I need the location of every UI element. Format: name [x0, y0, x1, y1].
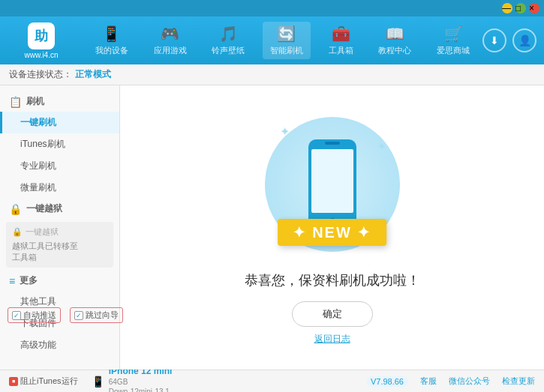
statusbar: 设备连接状态： 正常模式: [0, 64, 544, 85]
nav-icon-my-device: 📱: [102, 25, 121, 43]
itunes-stop[interactable]: ■ 阻止iTunes运行: [9, 376, 78, 387]
sidebar-item-pro-flash[interactable]: 专业刷机: [0, 155, 119, 177]
bottombar-right: V7.98.66 客服 微信公众号 检查更新: [366, 376, 535, 387]
nav-icon-smart-flash: 🔄: [277, 25, 296, 43]
success-text: 恭喜您，保资料刷机成功啦！: [245, 271, 420, 289]
nav-icon-tutorial: 📖: [386, 25, 404, 43]
svg-rect-2: [325, 142, 340, 145]
main-layout: 📋刷机一键刷机iTunes刷机专业刷机微量刷机🔒一键越狱 🔒一键越狱 越狱工具已…: [0, 85, 544, 370]
support-link[interactable]: 客服: [420, 376, 437, 387]
nav-item-smart-flash[interactable]: 🔄 智能刷机: [263, 22, 311, 59]
nav-item-tutorial[interactable]: 📖 教程中心: [371, 22, 419, 59]
sparkle-1: ✦: [280, 124, 290, 139]
confirm-button[interactable]: 确定: [292, 301, 373, 327]
version-badge: V7.98.66: [366, 376, 408, 387]
nav-item-apps[interactable]: 🎮 应用游戏: [146, 22, 194, 59]
itunes-stop-label: 阻止iTunes运行: [20, 376, 78, 387]
logo: 助 www.i4.cn: [8, 22, 75, 59]
section-icon-flash: 📋: [9, 96, 22, 108]
nav-label-apps: 应用游戏: [154, 45, 187, 56]
sidebar-section-jailbreak: 🔒一键越狱: [0, 199, 119, 219]
logo-icon: 助: [28, 22, 55, 49]
section-icon-more: ≡: [9, 275, 15, 287]
nav-items: 📱 我的设备 🎮 应用游戏 🎵 铃声壁纸 🔄 智能刷机 🧰 工具箱 📖 教程中心…: [83, 22, 482, 59]
logo-text: www.i4.cn: [24, 51, 58, 59]
wechat-link[interactable]: 微信公众号: [449, 376, 490, 387]
nav-label-toolbox: 工具箱: [329, 45, 353, 56]
nav-icon-ringtone: 🎵: [219, 25, 238, 43]
sidebar-section-flash: 📋刷机: [0, 91, 119, 112]
nav-item-ringtone[interactable]: 🎵 铃声壁纸: [204, 22, 252, 59]
sidebar-item-micro-flash[interactable]: 微量刷机: [0, 177, 119, 199]
nav-item-store[interactable]: 🛒 爱思商城: [429, 22, 477, 59]
nav-icon-apps: 🎮: [161, 25, 179, 43]
content-area: ✦ ✦ ✦ ✦ NEW ✦ 恭喜您，保资料刷机成功啦！ 确定 返回日志: [120, 85, 544, 370]
back-link[interactable]: 返回日志: [314, 333, 350, 346]
lock-icon: 🔒: [12, 227, 23, 237]
checkbox-label-auto-push: 自动推送: [23, 310, 56, 321]
sidebar-item-advanced[interactable]: 高级功能: [0, 334, 119, 356]
user-button[interactable]: 👤: [512, 28, 536, 52]
checkbox-row: ✓ 自动推送 ✓ 跳过向导: [8, 307, 123, 323]
sidebar-section-more: ≡更多: [0, 271, 119, 291]
sidebar: 📋刷机一键刷机iTunes刷机专业刷机微量刷机🔒一键越狱 🔒一键越狱 越狱工具已…: [0, 85, 120, 370]
nav-label-store: 爱思商城: [437, 45, 470, 56]
checkbox-auto-push[interactable]: ✓ 自动推送: [8, 307, 61, 323]
section-icon-jailbreak: 🔒: [9, 203, 22, 215]
nav-label-my-device: 我的设备: [95, 45, 128, 56]
close-button[interactable]: ×: [529, 3, 539, 13]
checkbox-box-auto-push: ✓: [12, 311, 21, 320]
device-version: Down-12mini-13,1: [109, 387, 173, 392]
nav-label-smart-flash: 智能刷机: [270, 45, 303, 56]
illustration: ✦ ✦ ✦ ✦ NEW ✦: [257, 109, 407, 259]
checkbox-label-skip-wizard: 跳过向导: [86, 310, 119, 321]
nav-label-tutorial: 教程中心: [378, 45, 411, 56]
stop-icon: ■: [9, 377, 18, 386]
nav-item-my-device[interactable]: 📱 我的设备: [88, 22, 136, 59]
device-storage: 64GB: [109, 377, 173, 387]
svg-rect-1: [311, 149, 353, 213]
checkbox-box-skip-wizard: ✓: [74, 311, 83, 320]
check-update-link[interactable]: 检查更新: [502, 376, 535, 387]
nav-label-ringtone: 铃声壁纸: [212, 45, 245, 56]
bottombar: ■ 阻止iTunes运行 📱 iPhone 12 mini 64GB Down-…: [0, 370, 544, 392]
sparkle-2: ✦: [377, 139, 386, 154]
maximize-button[interactable]: □: [515, 3, 526, 13]
nav-right: ⬇ 👤: [482, 28, 536, 52]
device-icon: 📱: [92, 376, 104, 388]
jailbreak-note: 越狱工具已转移至工具箱: [12, 241, 107, 263]
minimize-button[interactable]: —: [502, 3, 512, 13]
titlebar: — □ ×: [0, 0, 544, 16]
new-badge: ✦ NEW ✦: [278, 219, 387, 246]
status-label: 设备连接状态：: [9, 68, 72, 81]
navbar: 助 www.i4.cn 📱 我的设备 🎮 应用游戏 🎵 铃声壁纸 🔄 智能刷机 …: [0, 16, 544, 64]
checkbox-skip-wizard[interactable]: ✓ 跳过向导: [70, 307, 123, 323]
nav-icon-toolbox: 🧰: [332, 25, 350, 43]
sidebar-item-itunes-flash[interactable]: iTunes刷机: [0, 133, 119, 155]
download-button[interactable]: ⬇: [482, 28, 506, 52]
status-value: 正常模式: [75, 68, 111, 81]
sidebar-item-one-click-flash[interactable]: 一键刷机: [0, 112, 119, 133]
nav-item-toolbox[interactable]: 🧰 工具箱: [321, 22, 361, 59]
circle-background: ✦ ✦ ✦ ✦ NEW ✦: [265, 117, 400, 252]
sidebar-locked-jailbreak: 🔒一键越狱 越狱工具已转移至工具箱: [6, 222, 113, 268]
nav-icon-store: 🛒: [444, 25, 463, 43]
